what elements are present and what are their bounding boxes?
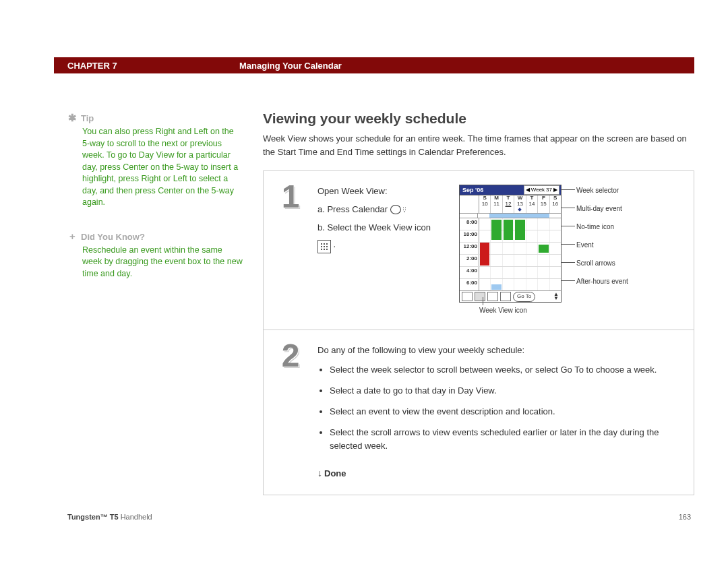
step2-lead: Do any of the following to view your wee… (317, 344, 684, 358)
step-2: 2 Do any of the following to view your w… (264, 330, 694, 495)
after-hours-event[interactable] (491, 284, 501, 290)
sidebar: ✱Tip You can also press Right and Left o… (67, 111, 263, 495)
callouts: Week selector Multi-day event No-time ic… (567, 185, 628, 287)
list-item: Select the week selector to scroll betwe… (330, 363, 684, 377)
weekview-screenshot-wrap: Sep '06 ◀ Week 37 ▶ (459, 185, 628, 316)
event[interactable] (539, 245, 548, 253)
scroll-arrows[interactable]: ▲▼ (553, 292, 559, 301)
star-icon: ✱ (67, 111, 78, 125)
weekview-callout: Week View icon (459, 305, 562, 316)
didyouknow-title-text: Did You Know? (81, 232, 145, 242)
step2-bullets: Select the week selector to scroll betwe… (317, 363, 684, 454)
dayview-icon[interactable] (462, 292, 473, 301)
tip-title-text: Tip (81, 113, 94, 123)
day-col[interactable]: T14 (526, 195, 538, 213)
step1-a: a. Press Calendar (317, 204, 388, 214)
step-1: 1 Open Week View: a. Press Calendar . b.… (264, 171, 694, 330)
multiday-row (460, 214, 561, 218)
tip-text: You can also press Right and Left on the… (82, 126, 243, 209)
callout-week-selector: Week selector (567, 185, 628, 196)
list-item: Select the scroll arrows to view events … (330, 426, 684, 454)
didyouknow-title: +Did You Know? (67, 229, 243, 243)
step-1-number: 1 (264, 171, 317, 330)
page-footer: Tungsten™ T5 Handheld 163 (67, 509, 691, 521)
no-time-icon (518, 208, 522, 212)
plus-icon: + (67, 229, 78, 243)
list-item: Select a date to go to that day in Day V… (330, 384, 684, 398)
callout-scroll: Scroll arrows (567, 258, 628, 269)
weekview-screenshot: Sep '06 ◀ Week 37 ▶ (459, 185, 562, 303)
step-2-number: 2 (264, 330, 317, 495)
done-text: Done (324, 468, 346, 478)
page-title: Viewing your weekly schedule (263, 111, 694, 127)
day-col[interactable]: F15 (538, 195, 549, 213)
list-item: Select an event to view the event descri… (330, 405, 684, 419)
chapter-label: CHAPTER 7 (54, 61, 239, 71)
day-col[interactable]: W13 (514, 195, 526, 213)
didyouknow-block: +Did You Know? Reschedule an event withi… (67, 229, 243, 280)
day-col[interactable]: S16 (550, 195, 561, 213)
day-col[interactable]: T12 (503, 195, 514, 213)
cal-month: Sep '06 (461, 185, 485, 195)
day-col[interactable]: S10 (479, 195, 491, 213)
goto-button[interactable]: Go To (513, 292, 535, 302)
cal-day-header: S10 M11 T12 W13 T14 F15 S16 (460, 195, 561, 214)
multiday-event[interactable] (489, 214, 502, 218)
agendaview-icon[interactable] (500, 292, 511, 301)
monthview-icon[interactable] (487, 292, 498, 301)
chapter-header: CHAPTER 7 Managing Your Calendar (54, 57, 694, 73)
step1-lead: Open Week View: (317, 185, 452, 199)
week-selector[interactable]: ◀ Week 37 ▶ (524, 185, 559, 195)
step1-b: b. Select the Week View icon (317, 221, 452, 235)
callout-event: Event (567, 240, 628, 251)
week-next-arrow[interactable]: ▶ (553, 186, 557, 195)
tip-block: ✱Tip You can also press Right and Left o… (67, 111, 243, 209)
cal-bottom-bar: Go To ▲▼ (460, 290, 561, 302)
cal-title-bar: Sep '06 ◀ Week 37 ▶ (460, 185, 561, 195)
week-prev-arrow[interactable]: ◀ (526, 186, 530, 195)
done-marker: ↓Done (317, 466, 684, 481)
page-number: 163 (679, 513, 691, 521)
callout-notime: No-time icon (567, 222, 628, 232)
tip-title: ✱Tip (67, 111, 243, 125)
callout-multiday: Multi-day event (567, 204, 628, 214)
weekview-icon (317, 240, 331, 253)
product-label: Tungsten™ T5 Handheld (67, 513, 152, 521)
weekview-icon-line: . (317, 237, 452, 253)
steps-box: 1 Open Week View: a. Press Calendar . b.… (263, 170, 694, 495)
callout-afterhours: After-hours event (567, 276, 628, 287)
day-col[interactable]: M11 (491, 195, 502, 213)
calendar-button-icon (390, 205, 401, 214)
didyouknow-text: Reschedule an event within the same week… (82, 245, 243, 280)
step-1-instructions: Open Week View: a. Press Calendar . b. S… (317, 185, 452, 253)
step1-a-line: a. Press Calendar . (317, 203, 452, 217)
section-label: Managing Your Calendar (239, 61, 342, 71)
main-column: Viewing your weekly schedule Week View s… (263, 111, 694, 495)
weekview-bottom-icon[interactable] (475, 292, 485, 301)
intro-text: Week View shows your schedule for an ent… (263, 132, 694, 158)
done-arrow-icon: ↓ (317, 466, 322, 480)
